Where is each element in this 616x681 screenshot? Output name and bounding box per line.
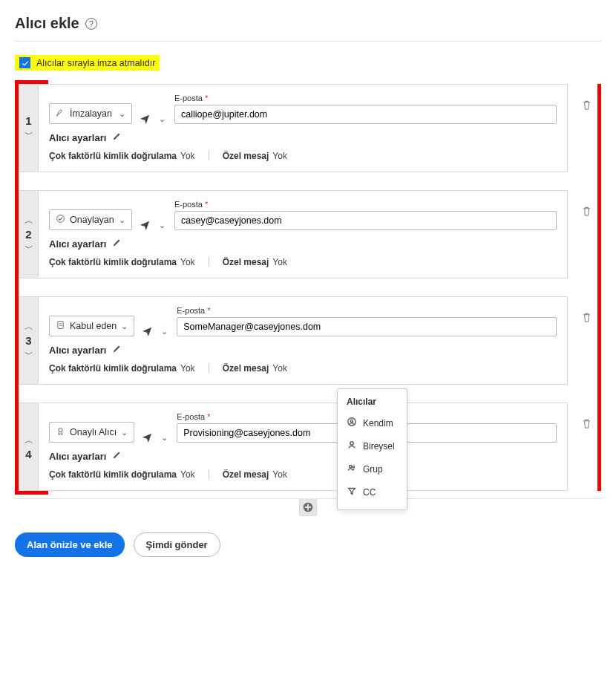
email-input[interactable] — [174, 105, 557, 124]
svg-point-5 — [350, 442, 353, 445]
order-number: 3 — [25, 334, 31, 347]
role-icon — [56, 320, 65, 332]
move-down-icon[interactable]: ﹀ — [24, 347, 33, 362]
popover-item-filter[interactable]: CC — [338, 480, 407, 504]
chevron-down-icon: ⌄ — [121, 322, 128, 331]
recipient-order: ︿ 3 ﹀ — [19, 296, 38, 385]
edit-settings-icon[interactable] — [112, 131, 122, 143]
checkbox-checked-icon — [19, 57, 30, 68]
role-label: Onaylı Alıcı — [70, 427, 117, 437]
sequential-signing-label: Alıcılar sırayla imza atmalıdır — [36, 58, 155, 68]
popover-item-label: Grup — [363, 464, 383, 475]
recipient-type-popover: Alıcılar Kendim Bireysel Grup — [337, 388, 407, 510]
delivery-icon[interactable] — [140, 220, 150, 230]
recipient-order: 1 ﹀ — [19, 84, 38, 172]
recipient-settings-label: Alıcı ayarları — [49, 238, 106, 250]
popover-item-label: Kendim — [363, 418, 393, 429]
private-message-label: Özel mesaj — [223, 363, 269, 374]
chevron-down-icon: ⌄ — [121, 428, 128, 437]
svg-point-0 — [57, 215, 65, 223]
mfa-label: Çok faktörlü kimlik doğrulama — [49, 151, 177, 161]
user-single-icon — [347, 440, 357, 452]
role-icon — [56, 426, 65, 438]
divider — [209, 363, 209, 373]
recipient-card: Onaylayan ⌄ ⌄ E-posta * Alıcı ayarları — [38, 190, 568, 278]
role-label: Onaylayan — [70, 215, 114, 225]
email-input[interactable] — [174, 211, 557, 230]
delivery-icon[interactable] — [140, 114, 150, 124]
private-message-label: Özel mesaj — [223, 469, 269, 480]
private-message-value: Yok — [272, 363, 287, 374]
page-title: Alıcı ekle — [15, 15, 79, 32]
recipient-settings-label: Alıcı ayarları — [49, 451, 106, 462]
delivery-chevron-icon[interactable]: ⌄ — [160, 433, 169, 443]
recipient-order: ︿ 2 ﹀ — [19, 190, 38, 278]
edit-settings-icon[interactable] — [112, 344, 122, 356]
divider — [209, 469, 209, 479]
svg-point-6 — [350, 466, 353, 469]
order-number: 2 — [25, 228, 31, 241]
popover-item-label: Bireysel — [363, 441, 395, 452]
delivery-chevron-icon[interactable]: ⌄ — [160, 327, 169, 336]
role-select[interactable]: Kabul eden ⌄ — [49, 316, 134, 336]
email-input[interactable] — [177, 317, 557, 336]
recipient-order: ︿ 4 — [19, 403, 38, 491]
mfa-value: Yok — [180, 469, 195, 480]
role-icon — [56, 108, 65, 120]
move-down-icon[interactable]: ﹀ — [24, 241, 33, 255]
edit-settings-icon[interactable] — [112, 238, 122, 250]
delete-recipient-icon[interactable] — [581, 100, 592, 113]
chevron-down-icon: ⌄ — [119, 109, 125, 119]
svg-point-2 — [59, 428, 62, 431]
email-label: E-posta * — [174, 94, 557, 102]
popover-item-user-group[interactable]: Grup — [338, 457, 407, 480]
role-label: Kabul eden — [70, 321, 117, 331]
popover-item-label: CC — [363, 487, 376, 498]
delivery-chevron-icon[interactable]: ⌄ — [157, 221, 167, 230]
mfa-value: Yok — [180, 257, 195, 267]
divider — [209, 151, 209, 160]
role-select[interactable]: İmzalayan ⌄ — [49, 103, 132, 124]
popover-title: Alıcılar — [338, 395, 407, 411]
role-icon — [56, 214, 65, 226]
sequential-signing-toggle[interactable]: Alıcılar sırayla imza atmalıdır — [15, 55, 160, 71]
order-number: 4 — [25, 448, 31, 460]
private-message-value: Yok — [272, 469, 287, 480]
divider — [209, 257, 209, 267]
recipient-settings-label: Alıcı ayarları — [49, 345, 106, 356]
help-icon[interactable]: ? — [85, 18, 97, 30]
recipient-card: Onaylı Alıcı ⌄ ⌄ E-posta * Alıcı ayarlar… — [38, 403, 568, 491]
edit-settings-icon[interactable] — [112, 450, 122, 462]
role-label: İmzalayan — [70, 108, 112, 119]
svg-point-4 — [350, 420, 353, 422]
user-self-icon — [347, 417, 357, 429]
mfa-value: Yok — [180, 151, 195, 161]
move-down-icon[interactable]: ﹀ — [24, 127, 33, 142]
delivery-icon[interactable] — [142, 432, 152, 443]
move-up-icon[interactable]: ︿ — [24, 213, 33, 228]
role-select[interactable]: Onaylayan ⌄ — [49, 209, 132, 230]
user-group-icon — [347, 463, 357, 475]
private-message-value: Yok — [272, 257, 287, 267]
popover-item-user-self[interactable]: Kendim — [338, 411, 407, 434]
delete-recipient-icon[interactable] — [581, 206, 592, 219]
filter-icon — [347, 486, 357, 498]
preview-and-add-button[interactable]: Alan önizle ve ekle — [15, 532, 125, 557]
add-recipient-button[interactable] — [299, 498, 317, 516]
svg-rect-1 — [58, 322, 63, 329]
delivery-chevron-icon[interactable]: ⌄ — [157, 114, 167, 124]
popover-item-user-single[interactable]: Bireysel — [338, 434, 407, 457]
delete-recipient-icon[interactable] — [581, 418, 592, 431]
mfa-label: Çok faktörlü kimlik doğrulama — [49, 469, 177, 480]
email-label: E-posta * — [177, 306, 557, 315]
delivery-icon[interactable] — [142, 326, 152, 336]
move-up-icon[interactable]: ︿ — [24, 319, 33, 334]
private-message-value: Yok — [272, 151, 287, 161]
recipient-settings-label: Alıcı ayarları — [49, 132, 106, 143]
delete-recipient-icon[interactable] — [581, 312, 592, 325]
role-select[interactable]: Onaylı Alıcı ⌄ — [49, 422, 134, 443]
private-message-label: Özel mesaj — [223, 151, 269, 161]
move-up-icon[interactable]: ︿ — [24, 433, 33, 448]
send-now-button[interactable]: Şimdi gönder — [134, 532, 220, 557]
mfa-value: Yok — [180, 363, 195, 374]
